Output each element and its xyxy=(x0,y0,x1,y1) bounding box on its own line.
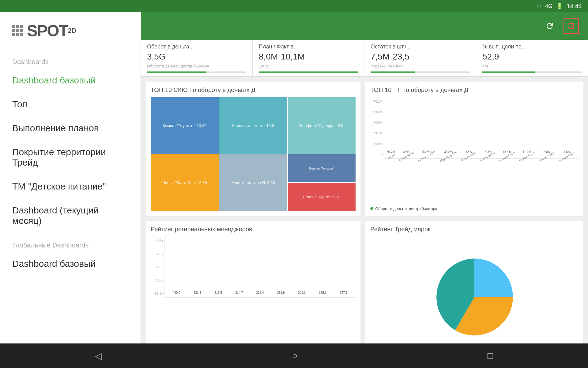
kpi-plan-title: План / Факт в... xyxy=(259,44,358,50)
legend-label: Оборот в деньгах дистрибьютора xyxy=(375,206,437,211)
kpi-oborot-bar xyxy=(147,71,246,73)
sidebar-section-dashboards: Dashboards xyxy=(0,49,141,68)
bar-group-4: 33.8% Медиа Центр xyxy=(439,150,458,158)
bar-group-9: 6.8% Аромат Евр. xyxy=(538,150,556,158)
chart-tt: ТОП 10 ТТ по обороту в деньгах Д 74.2М59… xyxy=(365,82,583,216)
back-button[interactable]: ◁ xyxy=(95,351,102,361)
logo-area: SPOT 2D xyxy=(0,12,141,49)
treemap-cell-5: Молоко детское И: 8.88 xyxy=(219,154,287,211)
bar-group-10: 4.6% Медиа Евр+ xyxy=(558,150,576,158)
kpi-oborot-sub: Оборот в деньгах дистрибьютора xyxy=(147,64,246,68)
kpi-plan-bar xyxy=(259,71,358,73)
content-header xyxy=(141,12,588,40)
refresh-button[interactable] xyxy=(542,18,557,34)
kpi-percent-bar xyxy=(482,71,582,73)
chart-tt-title: ТОП 10 ТТ по обороту в деньгах Д xyxy=(370,86,578,94)
exit-button[interactable] xyxy=(564,18,579,34)
sidebar-item-vypolnenie[interactable]: Выполнение планов xyxy=(0,116,141,140)
pie-container xyxy=(370,236,578,358)
chart-trade-marks-title: Рейтинг Трейд марок xyxy=(370,226,578,233)
kpi-oborot: Оборот в деньга... 3,5G Оборот в деньгах… xyxy=(141,40,253,76)
bar-group-8: 11.2% Медиа Балт. xyxy=(518,150,536,158)
logo-superscript: 2D xyxy=(68,27,77,35)
chart-managers-title: Рейтинг региональных менеджеров xyxy=(151,226,356,233)
treemap-cell-2: Каша сухая мол. : 10.8 xyxy=(219,97,287,154)
treemap-cell-6a: Компот"Агушка" xyxy=(288,154,356,182)
content-area: Оборот в деньга... 3,5G Оборот в деньгах… xyxy=(141,12,588,368)
sidebar-item-pokrytie[interactable]: Покрытие территории Трейд xyxy=(0,140,141,174)
bar-group-2: 65% Биокадастр xyxy=(398,150,414,158)
kpi-ostatok-v2: 23,5 xyxy=(393,52,409,62)
bar-group-5: 12% Медиа Таб. xyxy=(460,150,477,158)
chart-managers: Рейтинг региональных менеджеров 463к370к… xyxy=(146,221,360,363)
sidebar-item-global-dashboard-bazovy[interactable]: Dashboard базовый xyxy=(0,252,141,276)
pie-chart xyxy=(432,254,517,340)
kpi-percent-title: % вып. цели по... xyxy=(482,44,582,50)
chart-sku-title: ТОП 10 СКЮ по обороту в деньгах Д xyxy=(151,86,356,94)
sidebar: SPOT 2D Dashboards Dashboard базовый Топ… xyxy=(0,12,141,368)
col-bar-group-9: 167.7 xyxy=(334,291,353,295)
kpi-plan-v2: 10,1М xyxy=(281,52,305,62)
kpi-ostatok: Остаток в шт./... 7,5М 23,5 продажи по С… xyxy=(364,40,476,76)
chart-managers-bars: 440.0 431.3 416.5 314.7 xyxy=(164,236,356,298)
signal-icon: 4G xyxy=(545,3,552,10)
status-bar: ⚠ 4G 🔋 14:44 xyxy=(0,0,588,12)
chart-managers-y-axis: 463к370к278к185к92.6к xyxy=(151,236,163,298)
chart-tt-y-axis: 74.2М59.4М44.5М29.7М14.8М0 xyxy=(370,97,383,159)
kpi-percent: % вып. цели по... 52,9 4М xyxy=(476,40,588,76)
pie-slice-1 xyxy=(474,259,513,297)
col-bar-group-5: 327.4 xyxy=(251,291,270,295)
sidebar-item-dashboard-bazovy[interactable]: Dashboard базовый xyxy=(0,68,141,92)
col-bar-group-7: 221.3 xyxy=(292,291,311,295)
chart-tt-bars: 60.7% Астра 65% Биокадастр 53.5% xyxy=(384,97,578,159)
treemap-cell-3: Конфета "Суперфа: 8.9 xyxy=(288,97,356,154)
chart-trade-marks: Рейтинг Трейд марок xyxy=(365,221,583,363)
kpi-plan-v1: 8,0М xyxy=(259,52,278,62)
status-time: 14:44 xyxy=(567,3,582,10)
charts-area: ТОП 10 СКЮ по обороту в деньгах Д Компот… xyxy=(141,77,588,368)
sidebar-item-top[interactable]: Топ xyxy=(0,92,141,116)
col-bar-group-3: 416.5 xyxy=(209,291,228,295)
kpi-ostatok-v1: 7,5М xyxy=(371,52,390,62)
chart-tt-legend: Оборот в деньгах дистрибьютора xyxy=(370,206,578,211)
logo-grid-icon xyxy=(12,25,23,36)
recents-button[interactable]: □ xyxy=(488,351,493,361)
kpi-plan-sub: 100% xyxy=(259,64,358,68)
chart-sku: ТОП 10 СКЮ по обороту в деньгах Д Компот… xyxy=(146,82,360,216)
sidebar-item-tm[interactable]: ТМ "Детское питание" xyxy=(0,174,141,198)
kpi-ostatok-title: Остаток в шт./... xyxy=(371,44,470,50)
kpi-percent-value: 52,9 xyxy=(482,52,499,62)
kpi-oborot-title: Оборот в деньга... xyxy=(147,44,246,50)
col-bar-group-4: 314.7 xyxy=(230,291,249,295)
treemap-cell-4: Чипсы "КартоСол: 12.39 xyxy=(151,154,219,211)
bottom-nav: ◁ ○ □ xyxy=(0,343,588,368)
legend-dot xyxy=(370,207,373,210)
warning-icon: ⚠ xyxy=(537,3,541,10)
logo-text: SPOT xyxy=(27,21,68,40)
kpi-ostatok-bar xyxy=(371,71,470,73)
bar-group-1: 60.7% Астра xyxy=(386,150,395,158)
sidebar-section-global: Глобальные Dashboards xyxy=(0,233,141,252)
bar-group-6: 18.3% Комплект-Б xyxy=(479,150,496,158)
treemap-cell-1: Компот "Агушка" : 13.35 xyxy=(151,97,219,154)
kpi-percent-sub: 4М xyxy=(482,64,582,68)
kpi-strip: Оборот в деньга... 3,5G Оборот в деньгах… xyxy=(141,40,588,77)
sidebar-item-dashboard-tekushiy[interactable]: Dashboard (текущий месяц) xyxy=(0,198,141,233)
bar-group-3: 53.5% АГРООТ ТОО xyxy=(417,150,436,158)
kpi-ostatok-sub: продажи по СКИТ xyxy=(371,64,470,68)
home-button[interactable]: ○ xyxy=(292,351,297,361)
kpi-oborot-value: 3,5G xyxy=(147,52,166,62)
col-bar-group-6: 251.9 xyxy=(271,291,290,295)
treemap-cell-6b: Печенье "Агушка" : 2.45 xyxy=(288,183,356,211)
col-bar-group-2: 431.3 xyxy=(188,291,207,295)
col-bar-group-8: 185.1 xyxy=(313,291,332,295)
kpi-plan: План / Факт в... 8,0М 10,1М 100% xyxy=(253,40,364,76)
col-bar-group-1: 440.0 xyxy=(167,291,186,295)
bar-group-7: 12.4% Медиа Биол xyxy=(498,150,516,158)
battery-icon: 🔋 xyxy=(556,3,563,10)
